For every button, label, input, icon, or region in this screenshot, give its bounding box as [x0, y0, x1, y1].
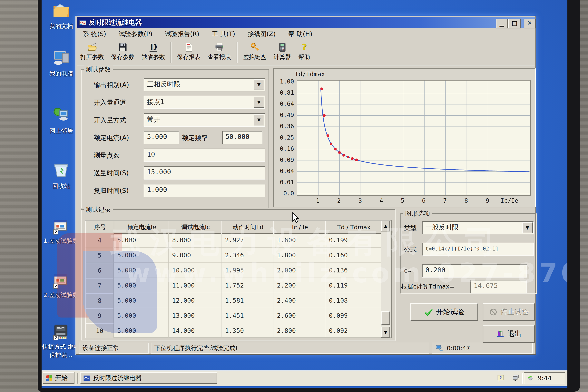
table-cell: 2.927	[222, 233, 274, 248]
status-timer: 0:00:47	[432, 342, 533, 354]
title-bar[interactable]: 反时限过流继电器 ▁ □ ✕	[77, 17, 535, 28]
points-input[interactable]: 10	[144, 148, 266, 162]
chevron-down-icon[interactable]: ▼	[254, 79, 264, 90]
help-button[interactable]: ? 帮助	[295, 40, 313, 64]
col-header-td-tdmax[interactable]: Td / Tdmax	[325, 220, 382, 234]
col-header-ie[interactable]: 额定电流Ie	[114, 220, 170, 234]
exit-button[interactable]: 退出	[483, 325, 535, 343]
svg-text:?: ?	[500, 376, 502, 380]
desktop-icon-shortcut-relay[interactable]: 快捷方式 继电保护装...	[42, 322, 80, 359]
open-params-button[interactable]: 打开参数	[77, 40, 107, 64]
window-title: 反时限过流继电器	[88, 18, 142, 27]
row-number-cell[interactable]: 4	[85, 233, 114, 248]
save-report-button[interactable]: 保存报表	[174, 40, 204, 64]
rated-freq-label: 额定频率	[182, 134, 208, 142]
toolbar-label: 缺省参数	[142, 53, 165, 61]
start-test-button[interactable]: 开始试验	[410, 303, 478, 321]
reset-time-input[interactable]: 1.000	[144, 184, 266, 197]
plot-area	[297, 80, 531, 196]
tdmax-value: 14.675	[471, 280, 526, 290]
relay-task-icon	[83, 374, 90, 382]
table-cell: 0.160	[325, 248, 381, 263]
formula-input[interactable]: t=0.14c/[(I/Ie)^0.02-1]	[422, 243, 534, 256]
calculator-button[interactable]: 计算器	[270, 40, 294, 64]
taskbar-item-relay-app[interactable]: 反时限过流继电器	[80, 372, 217, 384]
tray-device-icon[interactable]	[527, 374, 534, 382]
curve-type-select[interactable]: 一般反时限 ▼	[422, 221, 534, 234]
channel-select[interactable]: 接点1 ▼	[144, 96, 266, 109]
toolbar-separator	[170, 42, 172, 63]
row-number-cell[interactable]: 5	[85, 248, 114, 263]
measured-point	[355, 158, 358, 161]
stop-test-button[interactable]: 停止试验	[483, 303, 535, 321]
mode-select[interactable]: 常开 ▼	[144, 113, 266, 126]
desktop-icon-shortcut-1[interactable]: 1.差动试验数	[42, 217, 80, 245]
measured-point	[338, 151, 341, 154]
desktop: 我的文档 我的电脑 网上邻居 回收站 1.差动试验数 2.差动试验数 快捷方式 …	[42, 0, 568, 388]
mode-value: 常开	[144, 114, 265, 124]
maximize-button[interactable]: □	[508, 18, 521, 28]
relay-app-icon	[52, 322, 70, 341]
curve-type-value: 一般反时限	[422, 222, 533, 232]
desktop-icon-my-documents[interactable]: 我的文档	[42, 1, 81, 30]
curve-svg	[297, 80, 530, 195]
formula-value: t=0.14c/[(I/Ie)^0.02-1]	[422, 243, 533, 252]
menu-test-params[interactable]: 试验参数(P)	[118, 30, 152, 38]
test-records-legend: 测试记录	[84, 206, 113, 214]
chart-y-tick: 0.04	[274, 168, 294, 174]
table-cell: 0.108	[325, 293, 381, 308]
menu-system[interactable]: 系 统(S)	[83, 30, 106, 38]
c-label: c=	[404, 267, 412, 274]
scroll-thumb[interactable]	[381, 311, 390, 325]
desktop-icon-recycle-bin[interactable]: 回收站	[42, 161, 81, 190]
chevron-down-icon[interactable]: ▼	[254, 97, 264, 108]
virtual-keyboard-button[interactable]: 虚拟键盘	[240, 40, 270, 64]
taskbar: 开始 反时限过流继电器 ? 9:44	[42, 370, 568, 386]
send-time-input[interactable]: 15.000	[144, 166, 266, 180]
row-number-cell[interactable]: 9	[85, 308, 114, 323]
close-button[interactable]: ✕	[524, 18, 536, 28]
menu-help[interactable]: 帮 助(H)	[288, 30, 312, 38]
desktop-icon-network-places[interactable]: 网上邻居	[42, 106, 81, 135]
open-folder-icon	[87, 42, 97, 52]
tray-help-icon[interactable]: ?	[497, 374, 505, 383]
row-number-cell[interactable]: 7	[85, 278, 114, 293]
tray-clock[interactable]: 9:44	[538, 374, 552, 382]
menu-tools[interactable]: 工 具(T)	[212, 30, 235, 38]
scroll-up-button[interactable]: ▲	[381, 220, 390, 232]
row-number-cell[interactable]: 8	[85, 293, 114, 308]
chart-x-axis-label: Ic/Ie	[500, 197, 518, 204]
minimize-button[interactable]: ▁	[496, 18, 508, 28]
records-table: 序号 额定电流Ie 调试电流Ic 动作时间Td Ic / Ie Td / Tdm…	[85, 220, 392, 338]
start-button[interactable]: 开始	[43, 372, 74, 384]
menu-test-report[interactable]: 试验报告(R)	[165, 30, 199, 38]
table-cell: 1.800	[274, 248, 325, 263]
test-params-legend: 测试参数	[84, 65, 113, 74]
rated-freq-input[interactable]: 50.000	[222, 131, 262, 144]
table-cell: 8.000	[168, 233, 222, 248]
rated-current-input[interactable]: 5.000	[144, 131, 179, 144]
row-number-cell[interactable]: 10	[85, 323, 114, 338]
desktop-icon-my-computer[interactable]: 我的电脑	[42, 48, 81, 78]
chevron-down-icon[interactable]: ▼	[254, 114, 264, 126]
view-report-button[interactable]: 查看报表	[204, 40, 234, 64]
col-header-td[interactable]: 动作时间Td	[222, 220, 274, 234]
scroll-down-button[interactable]: ▼	[381, 326, 390, 338]
table-cell: 5.000	[114, 263, 168, 278]
menu-wiring-diagram[interactable]: 接线图(Z)	[248, 30, 276, 38]
chevron-down-icon[interactable]: ▼	[522, 222, 533, 233]
table-scrollbar[interactable]: ▲ ▼	[381, 220, 391, 338]
tray-display-icon[interactable]	[512, 374, 520, 382]
chart-x-tick: 7	[443, 197, 447, 204]
default-params-button[interactable]: D 缺省参数	[138, 40, 168, 64]
formula-label: 公式	[404, 245, 417, 254]
save-params-button[interactable]: 保存参数	[108, 40, 138, 64]
desktop-icon-shortcut-2[interactable]: 2.差动试验数	[42, 271, 80, 299]
col-header-ic[interactable]: 调试电流Ic	[168, 220, 223, 234]
phase-select[interactable]: 三相反时限 ▼	[144, 78, 266, 91]
chart-y-tick: 0.81	[274, 89, 294, 96]
mouse-cursor	[292, 212, 301, 224]
col-header-index[interactable]: 序号	[85, 220, 115, 234]
c-input[interactable]: 0.200	[422, 264, 527, 278]
row-number-cell[interactable]: 6	[85, 263, 114, 278]
